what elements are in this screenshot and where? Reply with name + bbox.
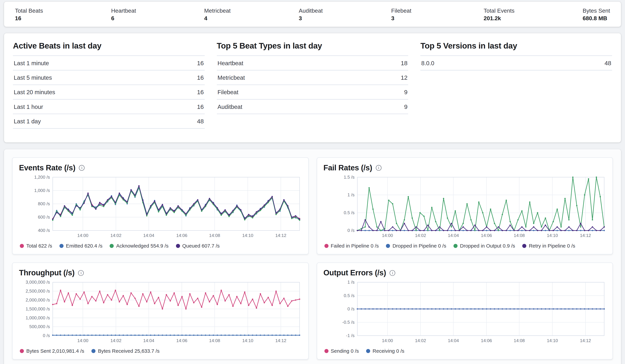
svg-text:1 /s: 1 /s — [347, 280, 354, 285]
row-value: 16 — [197, 103, 204, 110]
svg-text:14:08: 14:08 — [514, 338, 525, 343]
legend-item[interactable]: Acknowledged 554.9 /s — [110, 243, 169, 249]
legend-label: Dropped in Pipeline 0 /s — [393, 243, 446, 249]
table-row: Last 20 minutes16 — [13, 85, 205, 99]
svg-text:14:12: 14:12 — [275, 338, 286, 343]
legend-item[interactable]: Total 622 /s — [20, 243, 52, 249]
row-value: 12 — [401, 74, 407, 81]
row-value: 9 — [404, 103, 407, 110]
fail-rates-chart[interactable]: 0 /s0.5 /s1 /s1.5 /s14:0014:0214:0414:06… — [323, 174, 606, 242]
legend-label: Emitted 620.4 /s — [66, 243, 102, 249]
legend-item[interactable]: Emitted 620.4 /s — [60, 243, 102, 249]
svg-text:14:12: 14:12 — [275, 233, 286, 238]
row-value: 48 — [604, 60, 611, 66]
row-label: Metricbeat — [218, 74, 245, 81]
summary-metric: Filebeat3 — [391, 7, 415, 21]
svg-text:14:06: 14:06 — [481, 233, 492, 238]
svg-text:2,000,000 /s: 2,000,000 /s — [26, 298, 50, 303]
metric-value: 16 — [15, 15, 43, 21]
svg-text:1,200 /s: 1,200 /s — [34, 175, 50, 180]
summary-metric: Total Beats16 — [15, 7, 43, 21]
chart-legend: Bytes Sent 2,010,981.4 /sBytes Received … — [19, 347, 302, 356]
svg-text:14:10: 14:10 — [547, 338, 558, 343]
svg-text:0 /s: 0 /s — [43, 333, 50, 338]
legend-item[interactable]: Dropped in Pipeline 0 /s — [386, 243, 446, 249]
legend-label: Receiving 0 /s — [373, 348, 404, 354]
legend-label: Dropped in Output 0.9 /s — [460, 243, 515, 249]
legend-dot-icon — [324, 349, 328, 353]
table-title: Active Beats in last day — [13, 41, 205, 51]
row-value: 9 — [404, 89, 407, 95]
metric-value: 3 — [299, 15, 323, 21]
summary-metrics-bar: Total Beats16Heartbeat6Metricbeat4Auditb… — [4, 2, 621, 27]
legend-item[interactable]: Bytes Received 25,633.7 /s — [92, 348, 160, 354]
svg-text:1.5 /s: 1.5 /s — [344, 175, 354, 180]
events-rate-chart[interactable]: 400 /s600 /s800 /s1,000 /s1,200 /s14:001… — [19, 174, 302, 242]
info-icon[interactable]: i — [79, 165, 85, 171]
svg-text:14:08: 14:08 — [514, 233, 525, 238]
svg-text:2,500,000 /s: 2,500,000 /s — [26, 289, 50, 294]
table-row: Heartbeat18 — [217, 56, 408, 70]
legend-dot-icon — [324, 244, 328, 248]
row-label: Last 5 minutes — [14, 74, 52, 81]
svg-text:14:08: 14:08 — [209, 233, 220, 238]
svg-text:14:02: 14:02 — [415, 233, 426, 238]
charts-panel: Events Rate (/s) i 400 /s600 /s800 /s1,0… — [4, 149, 621, 364]
throughput-chart[interactable]: 0 /s500,000 /s1,000,000 /s1,500,000 /s2,… — [19, 279, 302, 347]
info-icon[interactable]: i — [78, 270, 84, 276]
info-icon[interactable]: i — [376, 165, 381, 171]
legend-item[interactable]: Sending 0 /s — [324, 348, 359, 354]
chart-legend: Sending 0 /sReceiving 0 /s — [323, 347, 606, 356]
legend-item[interactable]: Failed in Pipeline 0 /s — [324, 243, 379, 249]
row-label: Auditbeat — [218, 103, 242, 110]
legend-item[interactable]: Queued 607.7 /s — [176, 243, 220, 249]
table-row: Last 1 hour16 — [13, 100, 205, 114]
legend-label: Sending 0 /s — [331, 348, 359, 354]
summary-metric: Auditbeat3 — [299, 7, 323, 21]
svg-text:14:00: 14:00 — [77, 338, 89, 343]
legend-item[interactable]: Receiving 0 /s — [366, 348, 404, 354]
svg-text:14:08: 14:08 — [209, 338, 220, 343]
svg-text:1,000 /s: 1,000 /s — [34, 188, 50, 193]
beats-overview-panel: Active Beats in last dayLast 1 minute16L… — [4, 33, 621, 142]
metric-value: 4 — [204, 15, 231, 21]
legend-item[interactable]: Dropped in Output 0.9 /s — [454, 243, 515, 249]
legend-dot-icon — [92, 349, 95, 353]
row-value: 48 — [197, 118, 204, 125]
chart-title: Throughput (/s) — [19, 269, 75, 277]
table-row: 8.0.048 — [420, 56, 612, 70]
row-label: Last 1 minute — [14, 60, 49, 66]
row-label: Last 20 minutes — [14, 89, 55, 95]
svg-text:1,500,000 /s: 1,500,000 /s — [26, 306, 50, 311]
legend-item[interactable]: Retry in Pipeline 0 /s — [522, 243, 575, 249]
svg-text:14:00: 14:00 — [382, 338, 393, 343]
legend-dot-icon — [522, 244, 526, 248]
legend-item[interactable]: Bytes Sent 2,010,981.4 /s — [20, 348, 84, 354]
chart-card-events-rate: Events Rate (/s) i 400 /s600 /s800 /s1,0… — [12, 157, 309, 254]
table-row: Filebeat9 — [217, 85, 408, 99]
legend-dot-icon — [454, 244, 458, 248]
metric-value: 680.8 MB — [583, 15, 610, 21]
metric-label: Bytes Sent — [583, 7, 610, 13]
svg-text:14:04: 14:04 — [143, 338, 154, 343]
summary-table: Top 5 Versions in last day8.0.048 — [420, 41, 612, 134]
legend-dot-icon — [20, 349, 24, 353]
beats-monitoring-dashboard: Total Beats16Heartbeat6Metricbeat4Auditb… — [0, 2, 625, 364]
svg-text:3,000,000 /s: 3,000,000 /s — [26, 280, 50, 285]
chart-card-output-errors: Output Errors (/s) i -1 /s-0.5 /s0 /s0.5… — [317, 263, 613, 360]
svg-text:-0.5 /s: -0.5 /s — [342, 320, 354, 325]
summary-metric: Heartbeat6 — [111, 7, 136, 21]
svg-text:14:02: 14:02 — [110, 338, 122, 343]
legend-dot-icon — [20, 244, 24, 248]
table-title: Top 5 Beat Types in last day — [217, 41, 408, 51]
svg-text:14:04: 14:04 — [143, 233, 154, 238]
svg-text:14:06: 14:06 — [176, 338, 188, 343]
svg-text:14:12: 14:12 — [580, 233, 591, 238]
row-value: 16 — [197, 74, 204, 81]
legend-label: Retry in Pipeline 0 /s — [529, 243, 575, 249]
row-value: 16 — [197, 60, 204, 66]
svg-text:14:00: 14:00 — [382, 233, 393, 238]
output-errors-chart[interactable]: -1 /s-0.5 /s0 /s0.5 /s1 /s14:0014:0214:0… — [323, 279, 606, 347]
svg-text:14:12: 14:12 — [580, 338, 591, 343]
info-icon[interactable]: i — [390, 270, 395, 276]
